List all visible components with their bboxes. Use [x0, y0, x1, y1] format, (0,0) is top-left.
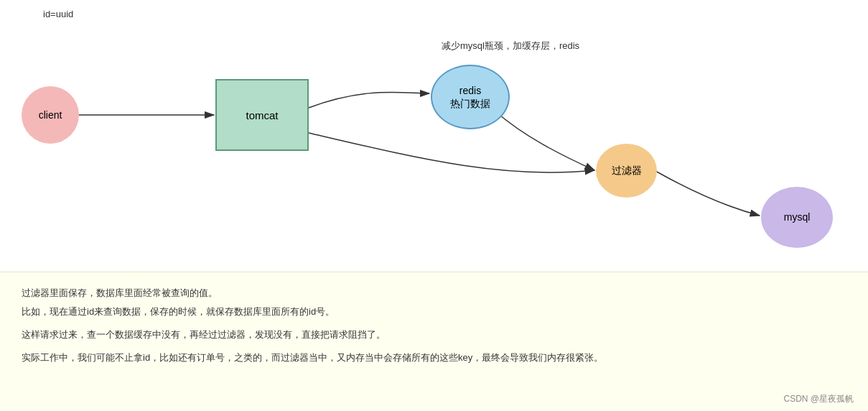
arrows-svg [0, 0, 868, 266]
client-node: client [22, 86, 79, 144]
note-area: 过滤器里面保存，数据库里面经常被查询的值。 比如，现在通过id来查询数据，保存的… [0, 272, 868, 411]
mysql-label: mysql [784, 211, 811, 223]
note-line-2: 比如，现在通过id来查询数据，保存的时候，就保存数据库里面所有的id号。 [22, 304, 846, 320]
filter-node: 过滤器 [596, 144, 657, 198]
note-line-4: 实际工作中，我们可能不止拿id，比如还有订单号，之类的，而过滤器当中，又内存当中… [22, 350, 846, 366]
redis-node: redis 热门数据 [431, 65, 510, 129]
mysql-node: mysql [761, 187, 833, 248]
note-line-1: 过滤器里面保存，数据库里面经常被查询的值。 [22, 285, 846, 301]
filter-label: 过滤器 [612, 164, 642, 177]
redis-hint-label: 减少mysql瓶颈，加缓存层，redis [442, 40, 579, 52]
note-line-3: 这样请求过来，查一个数据缓存中没有，再经过过滤器，发现没有，直接把请求阻挡了。 [22, 327, 846, 343]
diagram-area: id=uuid 减少mysql瓶颈，加缓存层，redis client tomc… [0, 0, 868, 266]
tomcat-label: tomcat [246, 109, 278, 121]
id-uuid-label: id=uuid [43, 9, 73, 19]
redis-line2: 热门数据 [450, 97, 490, 110]
tomcat-node: tomcat [215, 79, 309, 151]
redis-line1: redis [450, 84, 490, 97]
csdn-label: CSDN @星夜孤帆 [783, 393, 854, 405]
client-label: client [39, 108, 62, 121]
